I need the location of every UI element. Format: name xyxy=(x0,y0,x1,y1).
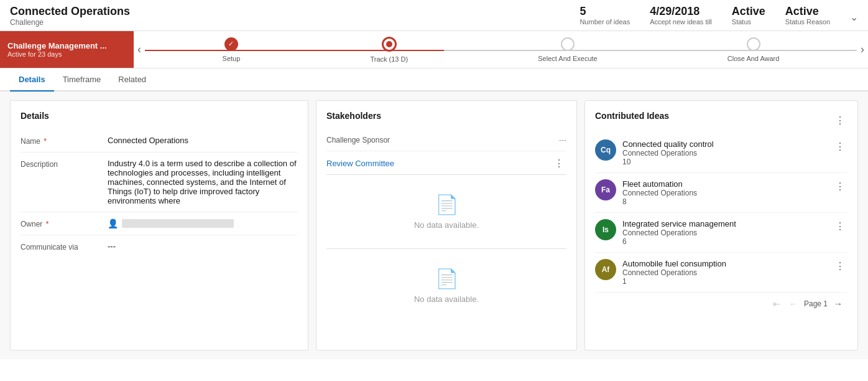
owner-row: 👤 xyxy=(108,219,298,228)
pagination-label: Page 1 xyxy=(804,299,828,308)
no-data-icon-top: 📄 xyxy=(435,194,458,215)
stakeholders-panel: Stakeholders Challenge Sponsor --- Revie… xyxy=(316,100,577,350)
idea-title[interactable]: Fleet automation xyxy=(622,179,826,189)
tab-timeframe[interactable]: Timeframe xyxy=(54,68,110,92)
idea-item: Af Automobile fuel consumption Connected… xyxy=(595,253,847,293)
stat-status-reason-label: Status Reason xyxy=(785,18,830,26)
idea-avatar: Af xyxy=(595,259,616,280)
step-circle-track xyxy=(382,37,397,52)
stat-ideas: 5 Number of ideas xyxy=(579,5,630,26)
step-circle-select xyxy=(561,37,575,51)
field-communicate-value: --- xyxy=(108,242,298,251)
page-subtitle: Challenge xyxy=(10,18,130,27)
sponsor-value: --- xyxy=(559,136,566,144)
process-bar: Challenge Management ... Active for 23 d… xyxy=(0,31,868,68)
process-sidebar[interactable]: Challenge Management ... Active for 23 d… xyxy=(0,31,134,68)
field-description-value: Industry 4.0 is a term used to describe … xyxy=(108,159,298,205)
idea-more-icon[interactable]: ⋮ xyxy=(833,259,847,273)
tab-details[interactable]: Details xyxy=(10,68,54,92)
process-step-close[interactable]: Close And Award xyxy=(727,37,780,62)
idea-info: Automobile fuel consumption Connected Op… xyxy=(622,259,826,286)
idea-more-icon[interactable]: ⋮ xyxy=(833,179,847,194)
step-label-select: Select And Execute xyxy=(538,55,597,62)
details-panel: Details Name * Connected Operations Desc… xyxy=(10,100,308,350)
contributed-ideas-title: Contributed Ideas xyxy=(595,111,669,121)
step-circle-close xyxy=(747,37,760,51)
no-data-text-top: No data available. xyxy=(414,220,479,230)
no-data-icon-bottom: 📄 xyxy=(435,268,458,289)
idea-info: Integrated service management Connected … xyxy=(622,219,826,246)
idea-avatar: Cq xyxy=(595,139,616,161)
field-name: Name * Connected Operations xyxy=(21,129,298,153)
stat-status-reason-value: Active xyxy=(785,5,830,18)
process-sidebar-sub: Active for 23 days xyxy=(7,50,126,58)
sponsor-label: Challenge Sponsor xyxy=(326,136,390,144)
stat-status-label: Status xyxy=(732,18,765,26)
main-content: Details Name * Connected Operations Desc… xyxy=(0,92,868,359)
idea-item: Fa Fleet automation Connected Operations… xyxy=(595,173,847,213)
idea-count: 1 xyxy=(622,277,826,286)
field-name-required: * xyxy=(42,137,47,146)
step-label-track: Track (13 D) xyxy=(370,55,408,63)
field-owner-required: * xyxy=(44,220,48,228)
field-description-label: Description xyxy=(21,159,108,169)
field-owner: Owner * 👤 xyxy=(21,212,298,235)
idea-info: Connected quality control Connected Oper… xyxy=(622,139,826,166)
idea-title[interactable]: Integrated service management xyxy=(622,219,826,228)
process-prev-button[interactable]: ‹ xyxy=(134,31,145,68)
field-owner-value: 👤 xyxy=(108,219,298,228)
idea-title[interactable]: Connected quality control xyxy=(622,139,826,149)
process-sidebar-title: Challenge Management ... xyxy=(7,41,126,50)
page-title: Connected Operations xyxy=(10,5,130,18)
idea-count: 6 xyxy=(622,237,826,246)
idea-count: 10 xyxy=(622,158,826,166)
review-committee-no-data: 📄 No data available. xyxy=(326,175,566,248)
review-committee-label[interactable]: Review Committee xyxy=(326,159,394,168)
process-step-setup[interactable]: ✓ Setup xyxy=(223,37,241,62)
pagination-prev-button[interactable]: ← xyxy=(787,298,800,310)
field-communicate-label: Communicate via xyxy=(21,242,108,252)
idea-org: Connected Operations xyxy=(622,189,826,197)
stat-date: 4/29/2018 Accept new ideas till xyxy=(650,5,712,26)
contributed-ideas-more-icon[interactable]: ⋮ xyxy=(833,113,847,128)
details-panel-title: Details xyxy=(21,111,298,121)
no-data-text-bottom: No data available. xyxy=(414,294,479,304)
page-header: Connected Operations Challenge 5 Number … xyxy=(0,0,868,31)
pagination-next-button[interactable]: → xyxy=(831,298,845,310)
person-icon: 👤 xyxy=(108,219,118,228)
idea-org: Connected Operations xyxy=(622,149,826,158)
stat-ideas-value: 5 xyxy=(579,5,630,18)
header-chevron-icon[interactable]: ⌄ xyxy=(850,11,858,23)
idea-org: Connected Operations xyxy=(622,268,826,277)
owner-name-blurred xyxy=(122,219,234,228)
stat-status: Active Status xyxy=(732,5,765,26)
idea-more-icon[interactable]: ⋮ xyxy=(833,219,847,233)
sponsor-row: Challenge Sponsor --- xyxy=(326,129,566,151)
review-committee-more-icon[interactable]: ⋮ xyxy=(552,156,566,171)
stakeholders-panel-title: Stakeholders xyxy=(326,111,566,121)
idea-org: Connected Operations xyxy=(622,228,826,237)
stat-date-value: 4/29/2018 xyxy=(650,5,712,18)
process-next-button[interactable]: › xyxy=(857,31,868,68)
pagination-first-button[interactable]: ⇤ xyxy=(770,298,783,310)
stat-date-label: Accept new ideas till xyxy=(650,18,712,26)
contributed-ideas-panel: Contributed Ideas ⋮ Cq Connected quality… xyxy=(584,100,858,350)
field-owner-label: Owner * xyxy=(21,219,108,228)
idea-info: Fleet automation Connected Operations 8 xyxy=(622,179,826,206)
idea-more-icon[interactable]: ⋮ xyxy=(833,139,847,154)
sponsor-no-data: 📄 No data available. xyxy=(326,249,566,322)
idea-item: Cq Connected quality control Connected O… xyxy=(595,133,847,173)
field-communicate: Communicate via --- xyxy=(21,235,298,258)
process-step-track[interactable]: Track (13 D) xyxy=(370,37,408,63)
tab-bar: Details Timeframe Related xyxy=(0,68,868,92)
idea-title[interactable]: Automobile fuel consumption xyxy=(622,259,826,268)
idea-count: 8 xyxy=(622,197,826,206)
step-label-close: Close And Award xyxy=(727,55,780,62)
tab-related[interactable]: Related xyxy=(109,68,155,92)
review-committee-header: Review Committee ⋮ xyxy=(326,151,566,174)
process-step-select[interactable]: Select And Execute xyxy=(538,37,597,62)
process-steps: ✓ Setup Track (13 D) Select And Execute … xyxy=(145,37,857,63)
stat-ideas-label: Number of ideas xyxy=(579,18,630,26)
step-circle-setup: ✓ xyxy=(224,37,238,51)
idea-avatar: Fa xyxy=(595,179,616,200)
